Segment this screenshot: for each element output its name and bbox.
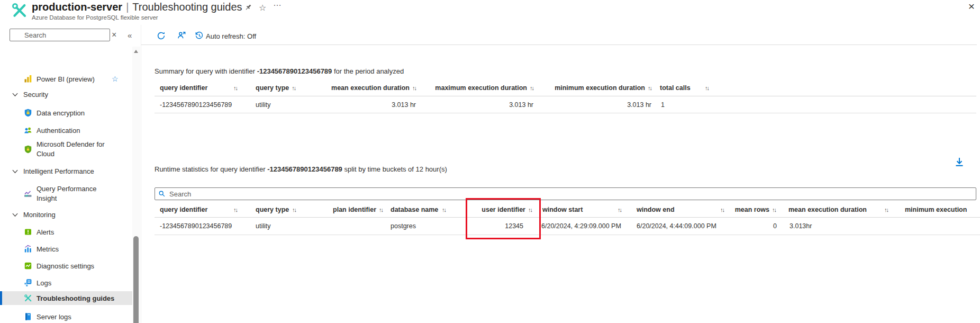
table-row[interactable]: -1234567890123456789utilitypostgres12345… — [155, 218, 980, 235]
close-icon[interactable]: × — [968, 1, 975, 12]
column-header-mean-rows[interactable]: mean rows↑↓ — [730, 202, 778, 217]
sort-icon[interactable]: ↑↓ — [530, 85, 533, 91]
column-header-query-identifier[interactable]: query identifier↑↓ — [155, 202, 248, 217]
cell-window-start: 6/20/2024, 4:29:09.000 PM — [537, 218, 630, 235]
column-header-maximum-execution-duration[interactable]: maximum execution duration↑↓ — [419, 79, 537, 96]
column-header-query-identifier[interactable]: query identifier↑↓ — [155, 79, 248, 96]
ellipsis-icon[interactable]: … — [273, 0, 282, 8]
page-title: production-server|Troubleshooting guides — [32, 1, 242, 13]
sidebar-item-alerts[interactable]: Alerts — [0, 225, 132, 239]
column-header-database-name[interactable]: database name↑↓ — [386, 202, 455, 217]
blade-header: production-server|Troubleshooting guides… — [0, 0, 980, 24]
sidebar-item-monitoring[interactable]: Monitoring — [0, 208, 132, 221]
sidebar-item-data-encryption[interactable]: Data encryption — [0, 106, 132, 120]
refresh-icon[interactable] — [157, 31, 166, 40]
scrollbar-thumb[interactable] — [133, 236, 139, 323]
sort-icon[interactable]: ↑↓ — [772, 207, 776, 213]
sidebar-item-power-bi-preview[interactable]: Power BI (preview)☆ — [0, 72, 132, 86]
sidebar-item-query-performance-insight[interactable]: Query Performance Insight — [0, 183, 132, 204]
cell-mean-execution-duration: 3.013hr — [778, 218, 894, 235]
sidebar-scrollbar[interactable] — [132, 47, 140, 323]
sidebar-item-authentication[interactable]: Authentication — [0, 123, 132, 137]
column-header-mean-execution-duration[interactable]: mean execution duration↑↓ — [298, 79, 419, 96]
troubleshooting-icon — [24, 294, 32, 302]
sidebar-menu: Power BI (preview)☆SecurityData encrypti… — [0, 47, 132, 323]
sort-icon[interactable]: ↑↓ — [442, 207, 446, 213]
cell-minimum-execution-duration: 3.013 hr — [537, 96, 655, 113]
column-header-query-type[interactable]: query type↑↓ — [248, 79, 298, 96]
sort-icon[interactable]: ↑↓ — [412, 85, 416, 91]
sidebar-item-intelligent-performance[interactable]: Intelligent Performance — [0, 164, 132, 178]
column-header-label: user identifier — [482, 206, 525, 213]
scroll-up-icon[interactable] — [134, 50, 138, 53]
sidebar-item-microsoft-defender-for-cloud[interactable]: Microsoft Defender for Cloud — [0, 139, 132, 160]
auto-refresh-status[interactable]: Auto refresh: Off — [206, 32, 256, 40]
pin-icon[interactable] — [244, 3, 252, 13]
table-header-row: query identifier↑↓query type↑↓plan ident… — [155, 202, 980, 218]
cell-query-type: utility — [248, 218, 302, 235]
sidebar-item-troubleshooting-guides[interactable]: Troubleshooting guides — [0, 291, 132, 305]
authentication-icon — [24, 126, 32, 134]
sidebar-search-input[interactable] — [10, 29, 110, 41]
column-header-label: total calls — [660, 84, 691, 92]
sort-icon[interactable]: ↑↓ — [884, 207, 888, 213]
cell-database-name: postgres — [386, 218, 455, 235]
sort-icon[interactable]: ↑↓ — [705, 85, 709, 91]
column-header-minimum-execution-duration[interactable]: minimum execution duration↑↓ — [537, 79, 655, 96]
column-header-label: query identifier — [160, 206, 207, 213]
sidebar-item-label: Metrics — [37, 245, 59, 253]
column-header-label: query type — [256, 84, 289, 92]
sidebar-item-metrics[interactable]: Metrics — [0, 242, 132, 256]
chevron-down-icon[interactable] — [12, 211, 19, 218]
sort-icon[interactable]: ↑↓ — [648, 85, 651, 91]
cell-minimum-execution — [894, 218, 980, 235]
troubleshooting-blade-icon — [11, 2, 28, 19]
sort-icon[interactable]: ↑↓ — [233, 85, 237, 91]
column-header-window-end[interactable]: window end↑↓ — [630, 202, 730, 217]
column-header-total-calls[interactable]: total calls↑↓ — [655, 79, 713, 96]
download-icon[interactable] — [954, 157, 965, 167]
runtime-statistics-table: query identifier↑↓query type↑↓plan ident… — [155, 202, 980, 235]
qpi-icon — [24, 190, 32, 198]
column-header-user-identifier[interactable]: user identifier↑↓ — [455, 202, 537, 217]
server-logs-icon — [24, 312, 32, 321]
clear-search-icon[interactable]: × — [112, 30, 116, 40]
sidebar-item-logs[interactable]: Logs — [0, 276, 132, 290]
column-header-label: database name — [391, 206, 438, 213]
column-header-plan-identifier[interactable]: plan identifier↑↓ — [302, 202, 386, 217]
sort-icon[interactable]: ↑↓ — [618, 207, 621, 213]
chevron-down-icon[interactable] — [12, 168, 19, 175]
sidebar-item-label: Diagnostic settings — [37, 262, 94, 270]
column-header-label: query type — [256, 206, 289, 213]
column-header-window-start[interactable]: window start↑↓ — [537, 202, 630, 217]
favorite-star-icon[interactable]: ☆ — [259, 3, 266, 13]
logs-icon — [24, 279, 32, 287]
collapse-menu-icon[interactable]: « — [128, 31, 132, 40]
table-row[interactable]: -1234567890123456789utility3.013 hr3.013… — [155, 96, 976, 113]
diagnostic-icon — [24, 262, 32, 270]
column-header-query-type[interactable]: query type↑↓ — [248, 202, 302, 217]
sidebar-item-label: Query Performance Insight — [37, 184, 115, 203]
column-header-label: window end — [637, 206, 675, 213]
sort-icon[interactable]: ↑↓ — [720, 207, 724, 213]
data-encryption-icon — [24, 109, 32, 117]
sort-icon[interactable]: ↑↓ — [292, 207, 296, 213]
summary-table: query identifier↑↓query type↑↓mean execu… — [155, 79, 976, 113]
feedback-icon[interactable] — [177, 31, 186, 40]
favorite-star-icon[interactable]: ☆ — [112, 75, 119, 83]
sort-icon[interactable]: ↑↓ — [379, 207, 383, 213]
sidebar-item-security[interactable]: Security — [0, 87, 132, 101]
sort-icon[interactable]: ↑↓ — [233, 207, 237, 213]
runtime-table-search-input[interactable] — [155, 187, 976, 200]
column-header-mean-execution-duration[interactable]: mean execution duration↑↓ — [778, 202, 894, 217]
column-header-minimum-execution[interactable]: minimum execution — [894, 202, 980, 217]
chevron-down-icon[interactable] — [12, 91, 19, 98]
defender-icon — [24, 145, 32, 154]
sidebar-item-label: Microsoft Defender for Cloud — [37, 140, 115, 158]
sort-icon[interactable]: ↑↓ — [528, 207, 532, 213]
sidebar-item-diagnostic-settings[interactable]: Diagnostic settings — [0, 259, 132, 273]
sort-icon[interactable]: ↑↓ — [292, 85, 295, 91]
sidebar-item-server-logs[interactable]: Server logs — [0, 310, 132, 323]
search-icon — [158, 190, 166, 198]
runtime-section-title: Runtime statistics for query identifier … — [155, 165, 447, 173]
